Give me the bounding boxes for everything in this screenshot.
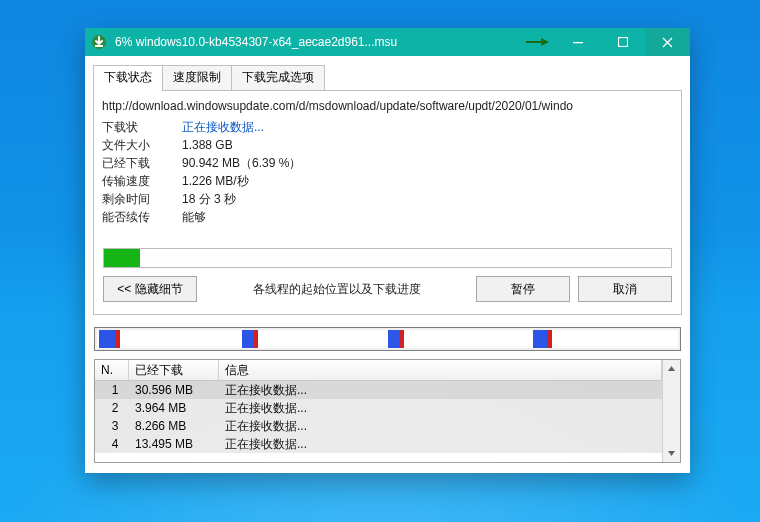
cell-n: 3 bbox=[95, 419, 129, 433]
scroll-track[interactable] bbox=[663, 377, 680, 445]
svg-rect-1 bbox=[95, 45, 103, 47]
segment-map bbox=[94, 327, 681, 351]
header-downloaded[interactable]: 已经下载 bbox=[129, 360, 219, 380]
cell-downloaded: 3.964 MB bbox=[129, 401, 219, 415]
tabs: 下载状态 速度限制 下载完成选项 bbox=[93, 65, 682, 91]
cell-n: 1 bbox=[95, 383, 129, 397]
svg-rect-4 bbox=[573, 42, 583, 43]
desktop: 6% windows10.0-kb4534307-x64_aecae2d961.… bbox=[0, 0, 760, 522]
arrow-icon bbox=[525, 37, 549, 47]
table-row[interactable]: 130.596 MB正在接收数据... bbox=[95, 381, 662, 399]
header-info[interactable]: 信息 bbox=[219, 360, 662, 380]
segment-chunk bbox=[400, 330, 404, 348]
app-icon bbox=[85, 34, 113, 50]
download-dialog: 6% windows10.0-kb4534307-x64_aecae2d961.… bbox=[85, 28, 690, 473]
label-downloaded: 已经下载 bbox=[102, 154, 182, 172]
thread-list-scrollbar[interactable] bbox=[662, 360, 680, 462]
value-file-size: 1.388 GB bbox=[182, 136, 233, 154]
segment-chunk bbox=[242, 330, 254, 348]
cell-downloaded: 8.266 MB bbox=[129, 419, 219, 433]
segment-chunk bbox=[547, 330, 553, 348]
segment-chunk bbox=[388, 330, 401, 348]
table-row[interactable]: 38.266 MB正在接收数据... bbox=[95, 417, 662, 435]
svg-marker-6 bbox=[668, 366, 675, 371]
download-url: http://download.windowsupdate.com/d/msdo… bbox=[102, 97, 673, 118]
label-time-left: 剩余时间 bbox=[102, 190, 182, 208]
label-file-size: 文件大小 bbox=[102, 136, 182, 154]
scroll-down-button[interactable] bbox=[663, 445, 680, 462]
minimize-button[interactable] bbox=[555, 28, 600, 56]
cell-downloaded: 30.596 MB bbox=[129, 383, 219, 397]
segment-chunk bbox=[533, 330, 547, 348]
pause-button[interactable]: 暂停 bbox=[476, 276, 570, 302]
cell-info: 正在接收数据... bbox=[219, 400, 662, 417]
progress-fill bbox=[104, 249, 140, 267]
window-controls bbox=[555, 28, 690, 56]
value-downloaded: 90.942 MB（6.39 %） bbox=[182, 154, 301, 172]
progress-bar bbox=[103, 248, 672, 268]
value-speed: 1.226 MB/秒 bbox=[182, 172, 249, 190]
table-row[interactable]: 23.964 MB正在接收数据... bbox=[95, 399, 662, 417]
table-row[interactable]: 413.495 MB正在接收数据... bbox=[95, 435, 662, 453]
label-status: 下载状 bbox=[102, 118, 182, 136]
segment-chunk bbox=[254, 330, 258, 348]
tab-status[interactable]: 下载状态 bbox=[93, 65, 163, 90]
hide-details-button[interactable]: << 隐藏细节 bbox=[103, 276, 197, 302]
cell-info: 正在接收数据... bbox=[219, 382, 662, 399]
threads-caption: 各线程的起始位置以及下载进度 bbox=[205, 281, 468, 298]
value-time-left: 18 分 3 秒 bbox=[182, 190, 236, 208]
value-resumable: 能够 bbox=[182, 208, 206, 226]
segment-map-track bbox=[97, 330, 678, 348]
status-panel: http://download.windowsupdate.com/d/msdo… bbox=[93, 90, 682, 315]
scroll-up-button[interactable] bbox=[663, 360, 680, 377]
close-button[interactable] bbox=[645, 28, 690, 56]
cell-info: 正在接收数据... bbox=[219, 418, 662, 435]
tab-speed-limit[interactable]: 速度限制 bbox=[162, 65, 232, 90]
segment-chunk bbox=[116, 330, 120, 348]
thread-list: N. 已经下载 信息 130.596 MB正在接收数据...23.964 MB正… bbox=[94, 359, 681, 463]
svg-rect-5 bbox=[618, 38, 627, 47]
cell-n: 2 bbox=[95, 401, 129, 415]
window-title: 6% windows10.0-kb4534307-x64_aecae2d961.… bbox=[113, 35, 525, 49]
cell-downloaded: 13.495 MB bbox=[129, 437, 219, 451]
cancel-button[interactable]: 取消 bbox=[578, 276, 672, 302]
titlebar[interactable]: 6% windows10.0-kb4534307-x64_aecae2d961.… bbox=[85, 28, 690, 56]
label-speed: 传输速度 bbox=[102, 172, 182, 190]
value-status: 正在接收数据... bbox=[182, 118, 264, 136]
segment-chunk bbox=[99, 330, 116, 348]
thread-list-header: N. 已经下载 信息 bbox=[95, 360, 662, 381]
tab-on-complete[interactable]: 下载完成选项 bbox=[231, 65, 325, 90]
maximize-button[interactable] bbox=[600, 28, 645, 56]
svg-marker-3 bbox=[541, 38, 549, 46]
cell-info: 正在接收数据... bbox=[219, 436, 662, 453]
cell-n: 4 bbox=[95, 437, 129, 451]
svg-marker-7 bbox=[668, 451, 675, 456]
header-n[interactable]: N. bbox=[95, 360, 129, 380]
label-resumable: 能否续传 bbox=[102, 208, 182, 226]
